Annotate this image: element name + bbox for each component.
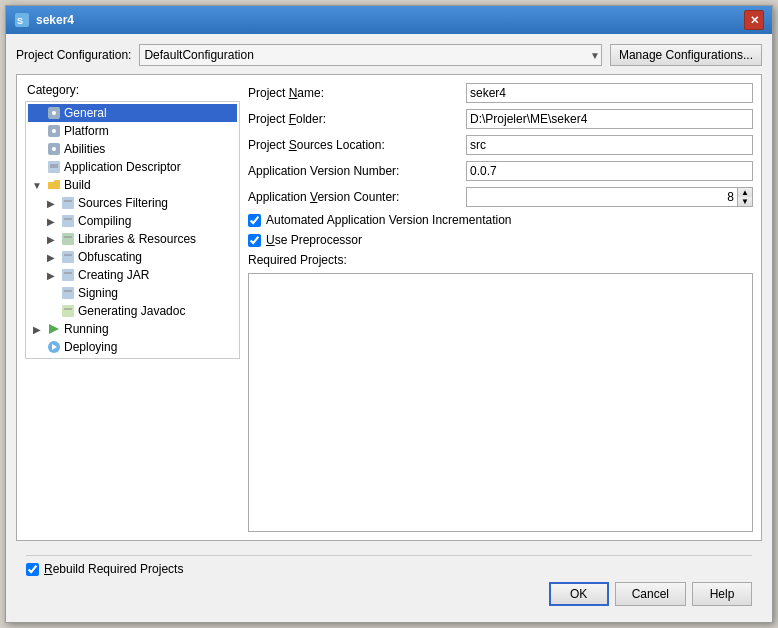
svg-marker-25	[49, 324, 59, 334]
label-appdesc: Application Descriptor	[64, 160, 181, 174]
page-icon-creatingjar	[60, 267, 76, 283]
project-folder-label: Project Folder:	[248, 112, 458, 126]
expand-icon-signing	[44, 286, 58, 300]
tree-item-signing[interactable]: Signing	[28, 284, 237, 302]
svg-rect-19	[62, 269, 74, 281]
manage-configurations-button[interactable]: Manage Configurations...	[610, 44, 762, 66]
expand-icon-compiling: ▶	[44, 214, 58, 228]
required-projects-label: Required Projects:	[248, 253, 753, 267]
expand-icon-libraries: ▶	[44, 232, 58, 246]
version-counter-input[interactable]	[466, 187, 737, 207]
label-javadoc: Generating Javadoc	[78, 304, 185, 318]
folder-icon-build	[46, 177, 62, 193]
deploy-icon-deploying	[46, 339, 62, 355]
tree-item-obfuscating[interactable]: ▶ Obfuscating	[28, 248, 237, 266]
button-row: OK Cancel Help	[26, 582, 752, 606]
tree-item-platform[interactable]: Platform	[28, 122, 237, 140]
svg-rect-21	[62, 287, 74, 299]
tree-item-running[interactable]: ▶ Running	[28, 320, 237, 338]
expand-icon-running: ▶	[30, 322, 44, 336]
right-panel: Project Name: Project Folder: Project So…	[248, 83, 753, 532]
project-folder-row: Project Folder:	[248, 109, 753, 129]
label-deploying: Deploying	[64, 340, 117, 354]
window-title: seker4	[36, 13, 74, 27]
svg-point-3	[52, 111, 56, 115]
use-preprocessor-row: Use Preprocessor	[248, 233, 753, 247]
label-sources: Sources Filtering	[78, 196, 168, 210]
app-version-counter-label: Application Version Counter:	[248, 190, 458, 204]
auto-increment-checkbox[interactable]	[248, 214, 261, 227]
tree-item-general[interactable]: General	[28, 104, 237, 122]
help-button[interactable]: Help	[692, 582, 752, 606]
label-signing: Signing	[78, 286, 118, 300]
label-general: General	[64, 106, 107, 120]
label-obfuscating: Obfuscating	[78, 250, 142, 264]
title-bar-left: S seker4	[14, 12, 74, 28]
ok-button[interactable]: OK	[549, 582, 609, 606]
label-platform: Platform	[64, 124, 109, 138]
main-area: Category: General	[16, 74, 762, 541]
category-tree: General Platform	[25, 101, 240, 359]
svg-text:S: S	[17, 16, 23, 26]
run-icon-running	[46, 321, 62, 337]
svg-rect-17	[62, 251, 74, 263]
app-version-input[interactable]	[466, 161, 753, 181]
tree-item-creatingjar[interactable]: ▶ Creating JAR	[28, 266, 237, 284]
svg-rect-13	[62, 215, 74, 227]
app-version-label: Application Version Number:	[248, 164, 458, 178]
main-dialog: S seker4 ✕ Project Configuration: Defaul…	[5, 5, 773, 623]
spinner-up-button[interactable]: ▲	[738, 188, 752, 197]
tree-item-abilities[interactable]: Abilities	[28, 140, 237, 158]
config-dropdown[interactable]: DefaultConfiguration	[139, 44, 602, 66]
tree-item-sources[interactable]: ▶ Sources Filtering	[28, 194, 237, 212]
project-config-row: Project Configuration: DefaultConfigurat…	[16, 44, 762, 66]
gear-icon-platform	[46, 123, 62, 139]
project-folder-input[interactable]	[466, 109, 753, 129]
tree-item-libraries[interactable]: ▶ Libraries & Resources	[28, 230, 237, 248]
project-name-input[interactable]	[466, 83, 753, 103]
label-running: Running	[64, 322, 109, 336]
expand-icon-deploying	[30, 340, 44, 354]
app-version-row: Application Version Number:	[248, 161, 753, 181]
label-abilities: Abilities	[64, 142, 105, 156]
expand-icon-sources: ▶	[44, 196, 58, 210]
category-panel-wrapper: Category: General	[25, 83, 240, 532]
page-icon-obfuscating	[60, 249, 76, 265]
tree-item-appdesc[interactable]: Application Descriptor	[28, 158, 237, 176]
tree-item-build[interactable]: ▼ Build	[28, 176, 237, 194]
svg-point-5	[52, 129, 56, 133]
expand-icon-build: ▼	[30, 178, 44, 192]
page-icon-sources	[60, 195, 76, 211]
project-sources-input[interactable]	[466, 135, 753, 155]
app-icon: S	[14, 12, 30, 28]
rebuild-checkbox[interactable]	[26, 563, 39, 576]
config-dropdown-wrapper: DefaultConfiguration ▼	[139, 44, 602, 66]
expand-icon-platform	[30, 124, 44, 138]
label-compiling: Compiling	[78, 214, 131, 228]
tree-item-deploying[interactable]: Deploying	[28, 338, 237, 356]
svg-rect-23	[62, 305, 74, 317]
project-name-row: Project Name:	[248, 83, 753, 103]
expand-icon-general	[30, 106, 44, 120]
auto-increment-row: Automated Application Version Incrementa…	[248, 213, 753, 227]
gear-icon-general	[46, 105, 62, 121]
tree-item-compiling[interactable]: ▶ Compiling	[28, 212, 237, 230]
use-preprocessor-checkbox[interactable]	[248, 234, 261, 247]
spinner-down-button[interactable]: ▼	[738, 197, 752, 206]
label-build: Build	[64, 178, 91, 192]
svg-rect-15	[62, 233, 74, 245]
project-sources-label: Project Sources Location:	[248, 138, 458, 152]
title-bar: S seker4 ✕	[6, 6, 772, 34]
cancel-button[interactable]: Cancel	[615, 582, 686, 606]
expand-icon-creatingjar: ▶	[44, 268, 58, 282]
close-button[interactable]: ✕	[744, 10, 764, 30]
required-projects-box	[248, 273, 753, 532]
version-counter-spinner: ▲ ▼	[466, 187, 753, 207]
expand-icon-javadoc	[44, 304, 58, 318]
project-sources-row: Project Sources Location:	[248, 135, 753, 155]
expand-icon-appdesc	[30, 160, 44, 174]
rebuild-label: Rebuild Required Projects	[44, 562, 183, 576]
rebuild-row: Rebuild Required Projects	[26, 555, 752, 576]
page-icon-compiling	[60, 213, 76, 229]
tree-item-javadoc[interactable]: Generating Javadoc	[28, 302, 237, 320]
